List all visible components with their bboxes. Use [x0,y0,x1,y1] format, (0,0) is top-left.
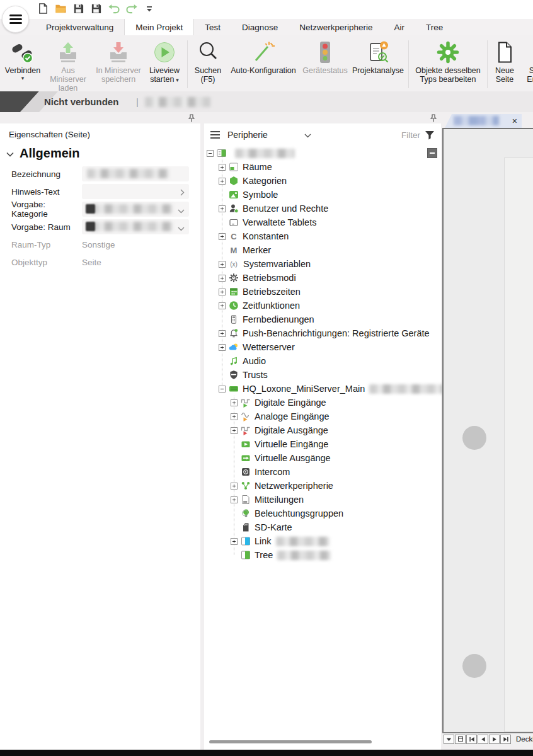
expand-toggle[interactable] [219,289,226,295]
undo-button[interactable] [106,2,122,17]
pin-icon[interactable] [430,114,437,123]
tree-item-betriebsmodi[interactable]: Betriebsmodi [204,271,441,285]
sheet-overview-button[interactable] [455,735,466,744]
tree-item-verwaltete-tablets[interactable]: Verwaltete Tablets [204,215,441,229]
tree-item-beleuchtungsgruppen[interactable]: Beleuchtungsgruppen [204,507,441,520]
expand-toggle[interactable] [219,233,226,240]
tab-air[interactable]: Air [383,19,415,35]
sheet-menu-button[interactable] [444,735,454,744]
auto-konfiguration-button[interactable]: Auto-Konfiguration [226,37,301,93]
tree-item-systemvariablen[interactable]: (x)Systemvariablen [204,257,441,271]
expand-toggle[interactable] [219,261,226,268]
collapse-toggle[interactable] [219,386,226,392]
pin-icon[interactable] [188,114,195,123]
tree-item-merker[interactable]: MMerker [204,243,441,257]
tree-item-root[interactable] [204,146,441,160]
expand-toggle[interactable] [231,538,238,545]
suchen-f5-button[interactable]: Suchen(F5) [190,37,226,93]
tree-item-räume[interactable]: Räume [204,160,441,174]
chevron-down-icon[interactable] [178,205,185,216]
tree-item-hq-loxone-miniserver-main[interactable]: HQ_Loxone_MiniServer_Main [204,382,441,396]
tree-view-selector[interactable]: Peripherie [227,130,268,140]
tree-item-virtuelle-eingänge[interactable]: Virtuelle Eingänge [204,437,441,451]
expand-toggle[interactable] [219,164,226,171]
save-button[interactable] [71,2,86,17]
next-page-button[interactable] [489,735,500,744]
expand-toggle[interactable] [219,344,226,351]
tree-item-konstanten[interactable]: CKonstanten [204,229,441,243]
tree-item-netzwerkperipherie[interactable]: Netzwerkperipherie [204,479,441,493]
tree-item-analoge-eingänge[interactable]: Analoge Eingänge [204,410,441,423]
redo-button[interactable] [123,2,139,17]
tree-item-audio[interactable]: Audio [204,354,441,368]
aus-miniserver-laden-button[interactable]: Aus Miniserverladen [43,37,93,93]
projektanalyse-button[interactable]: Projektanalyse [350,37,406,93]
tree-item-trusts[interactable]: Trusts [204,368,441,382]
section-allgemein-header[interactable]: Allgemein [6,146,80,161]
tree-item-tree[interactable]: Tree [204,548,441,562]
suchen-ersetzen-button[interactable]: SuchenErsetzen [520,37,533,93]
save-as-button[interactable] [88,2,104,17]
expand-toggle[interactable] [219,275,226,282]
document-tab[interactable]: × [445,114,522,128]
bezeichnung-input[interactable] [82,166,189,181]
new-document-button[interactable] [35,2,51,17]
first-page-button[interactable] [466,735,477,744]
expand-toggle[interactable] [219,205,226,212]
main-menu-button[interactable] [2,6,29,33]
tree-item-fernbedienungen[interactable]: Fernbedienungen [204,312,441,326]
expand-toggle[interactable] [231,399,238,406]
tree-item-betriebszeiten[interactable]: Betriebszeiten [204,285,441,299]
verbinden-button[interactable]: Verbinden▾ [3,37,43,93]
tree-hscrollbar[interactable] [209,740,436,744]
open-project-button[interactable] [53,2,69,17]
tree-item-sd-karte[interactable]: SD-Karte [204,520,441,534]
expand-toggle[interactable] [231,496,238,503]
tab-projektverwaltung[interactable]: Projektverwaltung [35,19,124,35]
tab-mein-projekt[interactable]: Mein Projekt [124,19,194,35]
liveview-starten-button[interactable]: Liveviewstarten▾ [144,37,185,93]
vorgabe-raum-input[interactable] [82,219,189,234]
geraetestatus-button[interactable]: Gerätestatus [301,37,350,93]
close-icon[interactable]: × [512,114,517,128]
tree-item-digitale-eingänge[interactable]: Digitale Eingänge [204,396,441,410]
expand-toggle[interactable] [219,302,226,309]
tree-item-push-benachrichtigungen-registrierte-geräte[interactable]: Push-Benachrichtigungen: Registrierte Ge… [204,326,441,340]
tree-item-link[interactable]: Link [204,534,441,548]
tab-test[interactable]: Test [194,19,231,35]
tree-menu-icon[interactable] [210,131,220,139]
tree-item-digitale-ausgänge[interactable]: Digitale Ausgänge [204,423,441,437]
expand-toggle[interactable] [231,427,238,434]
chevron-down-icon[interactable] [178,222,185,234]
objekte-desselben-typs-bearbeiten-button[interactable]: Objekte desselbenTyps bearbeiten [411,37,485,93]
tree-item-intercom[interactable]: Intercom [204,465,441,479]
collapse-all-button[interactable] [427,148,437,158]
scrollbar-thumb[interactable] [209,740,372,743]
in-miniserver-speichern-button[interactable]: In Miniserverspeichern [93,37,144,93]
expand-toggle[interactable] [231,413,238,420]
tree-item-virtuelle-ausgänge[interactable]: Virtuelle Ausgänge [204,451,441,465]
customize-quick-access-button[interactable] [141,2,157,17]
tree-item-wetterserver[interactable]: Wetterserver [204,340,441,354]
tree-item-kategorien[interactable]: Kategorien [204,174,441,188]
tree-item-symbole[interactable]: Symbole [204,188,441,202]
vorgabe-kategorie-input[interactable] [82,202,189,217]
neue-seite-button[interactable]: NeueSeite [490,37,520,93]
expand-toggle[interactable] [231,483,238,490]
last-page-button[interactable] [500,735,511,744]
expand-toggle[interactable] [219,330,226,337]
tab-tree[interactable]: Tree [415,19,454,35]
page-canvas[interactable] [442,128,533,733]
collapse-toggle[interactable] [207,150,214,157]
hinweis-text-input[interactable] [82,184,189,199]
tree-item-benutzer-und-rechte[interactable]: Benutzer und Rechte [204,202,441,215]
sheet-tab-deckblatt[interactable]: Deckb [516,735,533,743]
filter-icon[interactable] [425,130,435,140]
prev-page-button[interactable] [478,735,488,744]
tree-item-zeitfunktionen[interactable]: Zeitfunktionen [204,299,441,312]
chevron-down-icon[interactable] [304,129,311,140]
tab-netzwerkperipherie[interactable]: Netzwerkperipherie [289,19,383,35]
expand-toggle[interactable] [219,178,226,185]
tab-diagnose[interactable]: Diagnose [231,19,289,35]
tree-item-mitteilungen[interactable]: Mitteilungen [204,493,441,507]
